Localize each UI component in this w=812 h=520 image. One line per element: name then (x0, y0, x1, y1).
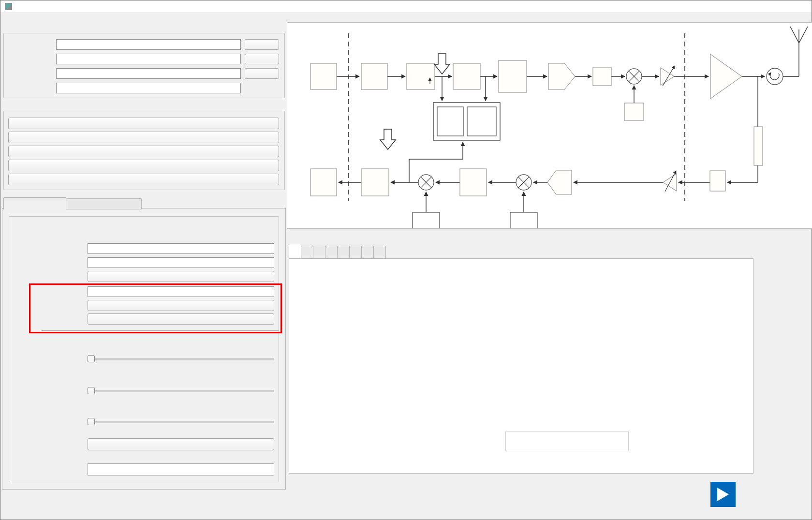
transmit-browse-button[interactable] (245, 39, 279, 50)
slider-track (88, 358, 274, 360)
legend-observation (510, 445, 624, 446)
psd-plot-panel (289, 258, 753, 474)
transmit-data-input[interactable] (56, 39, 241, 50)
coeff-count-slider[interactable] (88, 355, 274, 364)
minimize-button[interactable] (697, 0, 718, 12)
observed-data-arrow-icon (380, 129, 396, 149)
tab-psd-model[interactable] (301, 246, 313, 258)
rx-mixer-fine-icon (418, 175, 434, 190)
export-browse-button[interactable] (245, 68, 279, 79)
observed-data-input[interactable] (56, 54, 241, 64)
transmit-line-swatch (510, 437, 522, 438)
analog-devices-logo (710, 482, 810, 509)
progress-bar (88, 463, 274, 475)
actuator-rate-combobox[interactable] (88, 243, 274, 254)
rx-mixer-coarse-icon (516, 175, 531, 190)
diagram-node-rf-adc (547, 170, 572, 194)
plot-psd-button[interactable] (8, 132, 279, 143)
generate-dpd-models-button[interactable] (88, 438, 274, 450)
plot-ccdf-button[interactable] (8, 160, 279, 171)
gmp-order-slider[interactable] (88, 386, 274, 396)
diagram-node-opt-bpf (287, 23, 725, 191)
adi-triangle-icon (710, 482, 736, 507)
tab-ccdf[interactable] (313, 246, 325, 258)
slider-track (88, 390, 274, 392)
diagram-node-optional-hbf (287, 23, 389, 196)
tab-time-domain[interactable] (337, 246, 350, 258)
tx-mixer-icon (626, 69, 642, 84)
plot-tab-bar (289, 245, 385, 258)
generate-wb-reg-button[interactable] (8, 174, 279, 185)
transmit-data-arrow-icon (434, 54, 450, 74)
tab-cfr-data[interactable] (361, 246, 374, 258)
generate-feature-filter-button[interactable] (88, 271, 274, 282)
slider-thumb[interactable] (88, 355, 95, 362)
app-window (0, 0, 812, 520)
title-bar (0, 0, 812, 12)
export-folder-input[interactable] (56, 68, 241, 79)
ddr-order-slider[interactable] (88, 417, 274, 427)
rx-chain-wires (339, 142, 758, 212)
diagram-node-data-from-bduc (287, 23, 337, 89)
tab-pa-response[interactable] (325, 246, 338, 258)
plot-pa-response-button[interactable] (8, 146, 279, 157)
sort-dpd-models-button[interactable] (88, 313, 274, 325)
diagram-node-lpf (593, 67, 611, 86)
section-divider (42, 330, 279, 331)
diagram-node-lo (624, 103, 644, 120)
app-icon (5, 3, 12, 10)
diagram-node-orx-atten (663, 171, 677, 192)
slider-thumb[interactable] (88, 418, 95, 425)
maximize-button[interactable] (718, 0, 739, 12)
menu-file[interactable] (3, 14, 7, 15)
close-button[interactable] (739, 0, 760, 12)
diagram-node-atten (287, 23, 763, 165)
tab-cfr-vswr[interactable] (65, 198, 142, 209)
observation-line-swatch (510, 445, 522, 446)
diagram-node-dac (548, 63, 575, 89)
tab-dpd-model-selection[interactable] (3, 197, 66, 209)
chart-legend (505, 431, 629, 451)
y-axis-label (312, 319, 321, 406)
plot-time-domain-button[interactable] (8, 118, 279, 129)
lib-path-input[interactable] (88, 286, 274, 297)
system-block-diagram (287, 22, 812, 229)
menu-help[interactable] (18, 14, 22, 15)
tab-vswr-data[interactable] (373, 246, 386, 258)
tab-psd-open-loop[interactable] (289, 244, 301, 258)
diagram-node-cfr (361, 63, 387, 89)
tab-feature-filter[interactable] (349, 246, 362, 258)
observed-browse-button[interactable] (245, 54, 279, 64)
legend-transmit (510, 437, 624, 438)
feature-bw-combobox[interactable] (88, 257, 274, 268)
slider-thumb[interactable] (88, 387, 95, 394)
lib-path-browse-button[interactable] (88, 300, 274, 311)
data-rate-input[interactable] (56, 83, 241, 93)
antenna-icon (790, 27, 808, 76)
diagram-node-data-to-jesd (287, 23, 337, 196)
slider-track (88, 421, 274, 423)
menu-bar (0, 12, 812, 23)
circulator-icon (767, 68, 783, 85)
diagram-node-fine-nco (287, 23, 440, 228)
